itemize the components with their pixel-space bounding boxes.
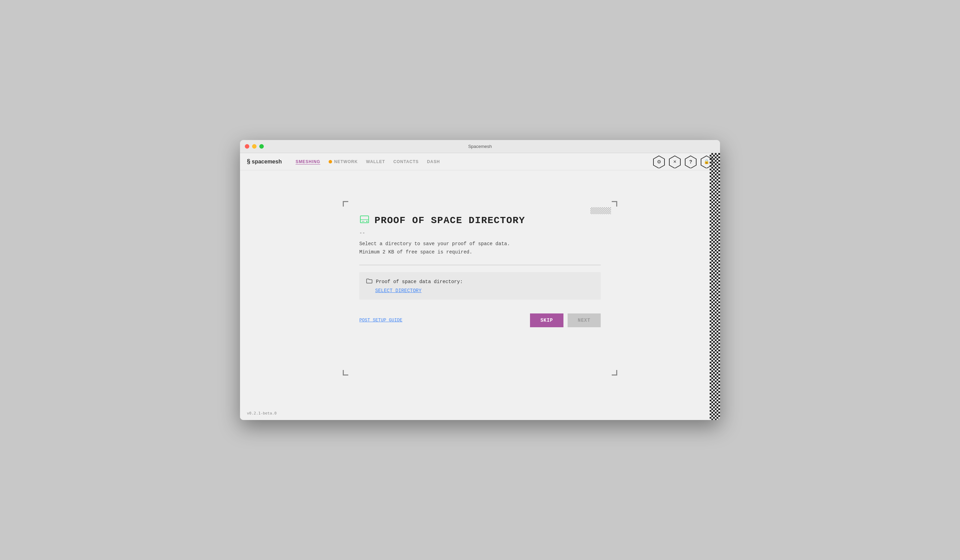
maximize-button[interactable] (259, 144, 264, 149)
navbar: § spacemesh SMESHING NETWORK WALLET CONT… (240, 153, 720, 170)
divider (359, 265, 601, 265)
next-button[interactable]: NEXT (568, 314, 601, 327)
logo-text: spacemesh (252, 158, 282, 165)
logo-symbol: § (247, 158, 250, 165)
directory-label: Proof of space data directory: (366, 278, 594, 285)
card-dash: -- (359, 230, 601, 236)
skip-button[interactable]: SKIP (530, 314, 563, 327)
post-setup-guide-link[interactable]: POST SETUP GUIDE (359, 318, 402, 323)
app-body: § spacemesh SMESHING NETWORK WALLET CONT… (240, 153, 720, 420)
directory-box: Proof of space data directory: SELECT DI… (359, 272, 601, 300)
footer-buttons: SKIP NEXT (530, 314, 601, 327)
nav-smeshing[interactable]: SMESHING (296, 159, 320, 164)
titlebar: Spacemesh (240, 140, 720, 153)
network-icon: ✕ (673, 159, 677, 164)
icon-buttons: ⚙ ✕ ? (653, 155, 713, 168)
help-icon: ? (689, 159, 693, 165)
traffic-lights (245, 144, 264, 149)
nav-wallet[interactable]: WALLET (366, 159, 385, 164)
folder-icon (366, 278, 373, 285)
minimize-button[interactable] (252, 144, 256, 149)
select-directory-link[interactable]: SELECT DIRECTORY (375, 288, 594, 293)
lock-icon: 🔒 (704, 159, 709, 164)
nav-dash[interactable]: DASH (427, 159, 440, 164)
version-bar: v0.2.1-beta.0 (240, 406, 720, 420)
corner-bracket-tr (612, 201, 617, 206)
version-text: v0.2.1-beta.0 (247, 411, 277, 416)
corner-bracket-br (612, 370, 617, 376)
app-window: Spacemesh § spacemesh SMESHING NETWORK W… (240, 140, 720, 420)
main-content: PROOF OF SPACE DIRECTORY -- Select a dir… (240, 170, 720, 406)
settings-button[interactable]: ⚙ (653, 155, 666, 168)
nav-contacts[interactable]: CONTACTS (394, 159, 419, 164)
logo: § spacemesh (247, 158, 282, 165)
card: PROOF OF SPACE DIRECTORY -- Select a dir… (346, 204, 614, 338)
page-title: PROOF OF SPACE DIRECTORY (374, 215, 525, 226)
directory-label-text: Proof of space data directory: (376, 279, 463, 285)
desc-line1: Select a directory to save your proof of… (359, 241, 510, 246)
window-title: Spacemesh (468, 144, 492, 149)
nav-links: SMESHING NETWORK WALLET CONTACTS DASH (296, 159, 642, 164)
card-footer: POST SETUP GUIDE SKIP NEXT (359, 314, 601, 327)
lock-button[interactable]: 🔒 (700, 155, 713, 168)
desc-line2: Minimum 2 KB of free space is required. (359, 249, 472, 255)
card-description: Select a directory to save your proof of… (359, 240, 601, 256)
settings-icon: ⚙ (657, 159, 661, 165)
help-button[interactable]: ? (684, 155, 697, 168)
nav-network-wrapper: NETWORK (329, 159, 358, 164)
pixel-pattern-decoration (590, 207, 611, 214)
corner-bracket-tl (343, 201, 348, 206)
corner-bracket-bl (343, 370, 348, 376)
drive-icon (359, 214, 370, 227)
network-button[interactable]: ✕ (668, 155, 682, 168)
network-dot (329, 160, 332, 163)
close-button[interactable] (245, 144, 249, 149)
nav-network[interactable]: NETWORK (334, 159, 358, 164)
svg-point-6 (366, 221, 368, 222)
card-header: PROOF OF SPACE DIRECTORY (359, 214, 601, 227)
content-container: PROOF OF SPACE DIRECTORY -- Select a dir… (346, 204, 614, 373)
